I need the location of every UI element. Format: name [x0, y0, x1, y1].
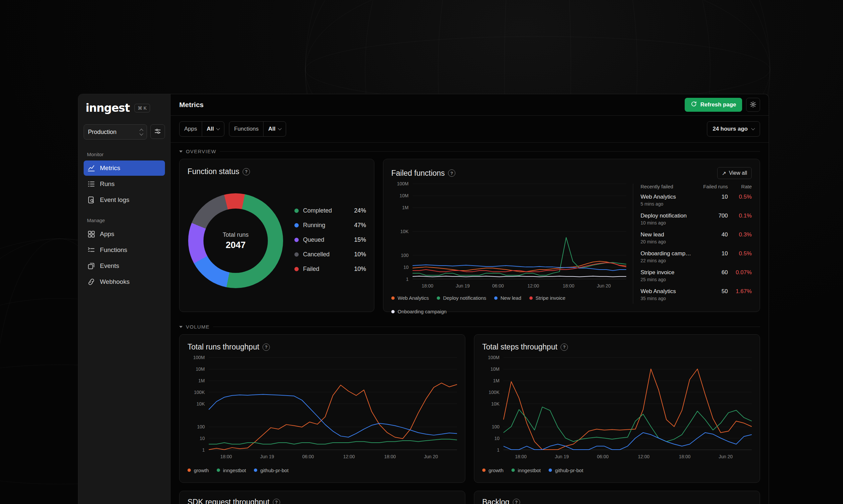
- backlog-card: Backlog ?: [474, 491, 760, 504]
- legend-item: New lead: [494, 295, 521, 301]
- legend-label: Cancelled: [303, 251, 354, 258]
- function-name: Deploy notification: [640, 213, 691, 219]
- app-window: inngest ⌘ K Production Monitor: [78, 94, 769, 504]
- column-header: Rate: [728, 184, 752, 189]
- caret-down-icon: [179, 150, 183, 152]
- sidebar-item-label: Apps: [100, 231, 114, 238]
- legend-dot: [529, 296, 533, 300]
- command-k-shortcut[interactable]: ⌘ K: [134, 104, 150, 112]
- caret-down-icon: [179, 326, 183, 328]
- overview-section-label: OVERVIEW: [186, 148, 217, 154]
- sidebar-item-label: Metrics: [100, 164, 120, 172]
- environment-row: Production: [84, 124, 165, 140]
- dashboard-content: OVERVIEW Function status ? Total runs: [171, 143, 769, 504]
- table-row[interactable]: New lead20 mins ago 40 0.3%: [640, 229, 752, 247]
- legend-dot: [482, 469, 485, 472]
- legend-label: Onboarding campaign: [398, 309, 447, 314]
- functions-icon: [87, 246, 96, 254]
- total-runs-value: 2047: [226, 240, 246, 250]
- sidebar-item-functions[interactable]: Functions: [84, 242, 165, 258]
- sidebar-item-event-logs[interactable]: Event logs: [84, 192, 165, 208]
- legend-percent: 10%: [354, 266, 366, 273]
- volume-cards-row: Total runs throughput ? 100M10M1M100K10K…: [179, 334, 760, 483]
- table-row[interactable]: Deploy notification10 mins ago 700 0.1%: [640, 210, 752, 229]
- legend-label: inngestbot: [518, 468, 541, 473]
- sidebar-item-apps[interactable]: Apps: [84, 227, 165, 242]
- function-name: Onboarding campaign: [640, 250, 691, 257]
- failed-time: 22 mins ago: [640, 258, 691, 263]
- sliders-icon: [154, 127, 161, 136]
- backlog-title: Backlog: [482, 498, 510, 504]
- table-row[interactable]: Web Analytics35 mins ago 50 1.67%: [640, 285, 752, 304]
- legend-percent: 47%: [354, 222, 366, 229]
- failed-runs: 60: [691, 269, 728, 276]
- failed-runs: 50: [691, 288, 728, 295]
- view-all-button[interactable]: ↗ View all: [717, 167, 752, 179]
- legend-percent: 15%: [354, 236, 366, 244]
- sidebar-item-events[interactable]: Events: [84, 258, 165, 273]
- overview-section-toggle[interactable]: OVERVIEW: [179, 148, 760, 154]
- failed-time: 20 mins ago: [640, 239, 691, 245]
- sidebar-item-webhooks[interactable]: Webhooks: [84, 274, 165, 289]
- function-status-card: Function status ? Total runs 2047: [179, 159, 374, 312]
- sidebar-item-metrics[interactable]: Metrics: [84, 161, 165, 176]
- inngest-logo: inngest: [86, 102, 130, 114]
- function-name: New lead: [640, 231, 691, 238]
- metrics-icon: [87, 164, 96, 173]
- failed-time: 25 mins ago: [640, 277, 691, 282]
- monitor-section-label: Monitor: [87, 151, 165, 157]
- sidebar-item-runs[interactable]: Runs: [84, 176, 165, 192]
- apps-filter-value: All: [207, 126, 214, 132]
- table-row[interactable]: Web Analytics5 mins ago 10 0.5%: [640, 191, 752, 210]
- legend-item: github-pr-bot: [549, 468, 583, 473]
- help-icon[interactable]: ?: [243, 168, 250, 175]
- settings-button[interactable]: [746, 98, 760, 112]
- legend-item: github-pr-bot: [254, 468, 288, 473]
- table-row[interactable]: Stripe invoice25 mins ago 60 0.07%: [640, 266, 752, 285]
- bottom-cards-row: SDK request throughput ? Backlog ?: [179, 491, 760, 504]
- legend-label: Queued: [303, 236, 354, 244]
- table-row[interactable]: Onboarding campaign22 mins ago 10 0.5%: [640, 247, 752, 266]
- legend-label: Running: [303, 222, 354, 229]
- help-icon[interactable]: ?: [513, 499, 520, 504]
- help-icon[interactable]: ?: [448, 169, 455, 177]
- legend-label: New lead: [500, 295, 521, 301]
- legend-item: Onboarding campaign: [391, 309, 447, 314]
- steps-throughput-title: Total steps throughput: [482, 343, 557, 352]
- legend-label: inngestbot: [223, 468, 246, 473]
- column-header: Failed runs: [691, 184, 728, 189]
- functions-filter[interactable]: Functions All: [229, 121, 286, 137]
- legend-label: Web Analytics: [398, 295, 429, 301]
- refresh-page-button[interactable]: Refresh page: [685, 98, 742, 112]
- environment-filter-button[interactable]: [150, 124, 165, 139]
- help-icon[interactable]: ?: [561, 343, 568, 351]
- volume-section-toggle[interactable]: VOLUME: [179, 324, 760, 329]
- plot-area: [413, 184, 626, 279]
- help-icon[interactable]: ?: [273, 499, 280, 504]
- help-icon[interactable]: ?: [262, 343, 270, 351]
- function-name: Stripe invoice: [640, 269, 691, 276]
- legend-label: growth: [488, 468, 503, 473]
- legend-dot: [188, 469, 191, 472]
- failed-runs: 10: [691, 194, 728, 200]
- chevron-down-icon: [217, 126, 220, 130]
- event-logs-icon: [87, 196, 96, 204]
- sidebar: inngest ⌘ K Production Monitor: [78, 94, 171, 504]
- time-range-select[interactable]: 24 hours ago: [707, 121, 760, 137]
- filter-bar: Apps All Functions All 24 hours ago: [171, 116, 769, 143]
- status-legend-item: Queued 15%: [294, 236, 366, 244]
- plot-area: [209, 357, 457, 450]
- failed-runs: 10: [691, 250, 728, 257]
- status-legend-item: Cancelled 10%: [294, 251, 366, 258]
- legend-label: Failed: [303, 266, 354, 273]
- y-axis: 100M10M1M100K10K100101: [482, 357, 503, 450]
- refresh-label: Refresh page: [700, 102, 736, 108]
- apps-filter[interactable]: Apps All: [179, 121, 224, 137]
- failure-rate: 0.07%: [728, 269, 752, 276]
- failed-functions-title: Failed functions: [391, 169, 445, 178]
- filter-chips: Apps All Functions All: [179, 121, 286, 137]
- environment-select[interactable]: Production: [84, 124, 147, 140]
- section-divider: [220, 151, 760, 151]
- arrow-up-right-icon: ↗: [722, 170, 726, 176]
- header-actions: Refresh page: [685, 98, 760, 112]
